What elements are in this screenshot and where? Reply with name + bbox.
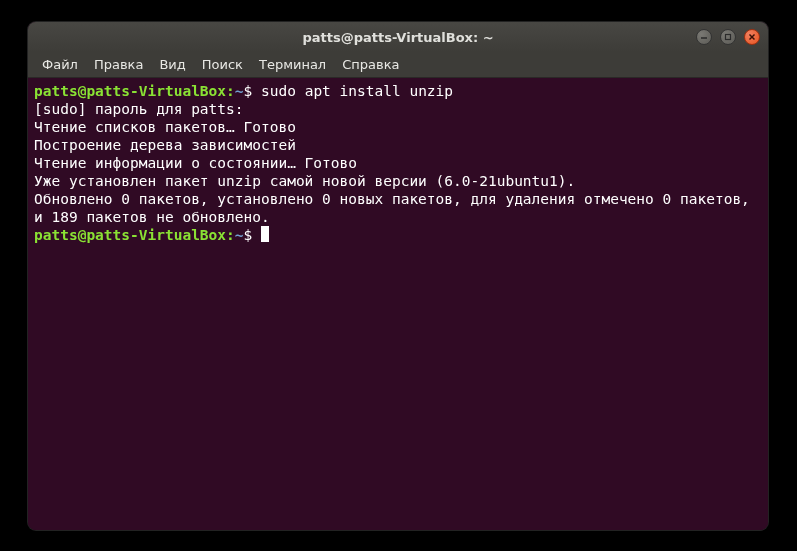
prompt-path: ~ [235, 227, 244, 243]
menu-terminal[interactable]: Терминал [251, 54, 334, 75]
window-title: patts@patts-VirtualBox: ~ [28, 30, 768, 45]
terminal-output-line: Обновлено 0 пакетов, установлено 0 новых… [34, 190, 762, 226]
minimize-icon [700, 33, 708, 41]
menu-view[interactable]: Вид [151, 54, 193, 75]
prompt-user: patts@patts-VirtualBox [34, 227, 226, 243]
terminal-output-line: Уже установлен пакет unzip самой новой в… [34, 172, 762, 190]
prompt-colon: : [226, 227, 235, 243]
titlebar[interactable]: patts@patts-VirtualBox: ~ [28, 22, 768, 52]
prompt-user: patts@patts-VirtualBox [34, 83, 226, 99]
terminal-output-line: Построение дерева зависимостей [34, 136, 762, 154]
menubar: Файл Правка Вид Поиск Терминал Справка [28, 52, 768, 78]
terminal-output-line: [sudo] пароль для patts: [34, 100, 762, 118]
maximize-button[interactable] [720, 29, 736, 45]
menu-file[interactable]: Файл [34, 54, 86, 75]
maximize-icon [724, 33, 732, 41]
terminal-line: patts@patts-VirtualBox:~$ [34, 226, 762, 244]
svg-rect-1 [726, 35, 731, 40]
prompt-dollar: $ [244, 83, 253, 99]
minimize-button[interactable] [696, 29, 712, 45]
close-icon [748, 33, 756, 41]
prompt-path: ~ [235, 83, 244, 99]
terminal-content[interactable]: patts@patts-VirtualBox:~$ sudo apt insta… [28, 78, 768, 530]
terminal-line: patts@patts-VirtualBox:~$ sudo apt insta… [34, 82, 762, 100]
prompt-colon: : [226, 83, 235, 99]
menu-search[interactable]: Поиск [194, 54, 251, 75]
menu-help[interactable]: Справка [334, 54, 407, 75]
window-controls [696, 29, 760, 45]
terminal-window: patts@patts-VirtualBox: ~ Файл Правка Ви… [28, 22, 768, 530]
prompt-dollar: $ [244, 227, 253, 243]
cursor [261, 226, 269, 242]
terminal-output-line: Чтение информации о состоянии… Готово [34, 154, 762, 172]
command-text: sudo apt install unzip [261, 83, 453, 99]
close-button[interactable] [744, 29, 760, 45]
terminal-output-line: Чтение списков пакетов… Готово [34, 118, 762, 136]
menu-edit[interactable]: Правка [86, 54, 151, 75]
